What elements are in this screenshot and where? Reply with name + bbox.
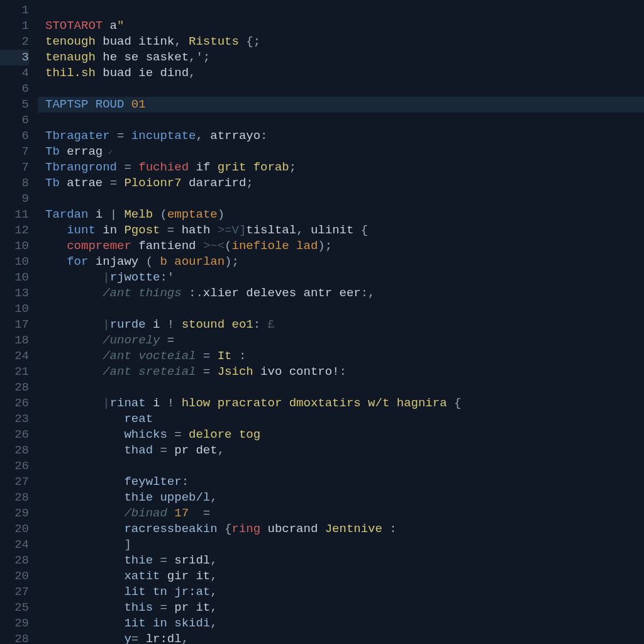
code-line[interactable]: /binad 17 =	[38, 506, 644, 521]
token: hath	[182, 223, 218, 237]
token: =	[196, 365, 217, 379]
token: =	[117, 160, 138, 174]
token: ,	[196, 129, 203, 143]
line-number: 5	[0, 97, 29, 113]
code-area[interactable]: STOTAROT a"tenough buad itink, Ristuts {…	[38, 0, 644, 644]
token	[45, 333, 103, 347]
code-line[interactable]: thie uppeb/l,	[38, 490, 644, 506]
token: It	[218, 349, 239, 363]
token: 1it in skidi	[124, 616, 210, 630]
token: Tardan	[45, 208, 88, 221]
code-line[interactable]: Tb atrae = Ploionr7 dararird;	[38, 175, 644, 191]
token: incuptate	[131, 129, 196, 143]
code-line[interactable]: this = pr it,	[38, 600, 644, 616]
token: xatit	[124, 569, 160, 583]
token: =	[167, 428, 189, 441]
code-line[interactable]	[38, 458, 644, 474]
token: thil.sh	[45, 66, 96, 80]
line-number-gutter: 1123465667789111210101013101718242128262…	[0, 0, 38, 644]
code-line[interactable]: compremer fantiend >~<(inefiole lad);	[38, 238, 644, 254]
token: i	[146, 396, 167, 410]
line-number: 6	[0, 81, 29, 97]
token	[45, 412, 124, 426]
token: =	[153, 443, 174, 457]
token: Pgost	[124, 223, 160, 237]
line-number: 24	[0, 537, 29, 553]
code-line[interactable]	[38, 3, 644, 18]
token	[45, 522, 124, 536]
code-line[interactable]: /ant sreteial = Jsich ivo contro!:	[38, 364, 644, 380]
line-number: 28	[0, 631, 29, 644]
token	[45, 286, 103, 300]
code-line[interactable]: |rinat i ! hlow pracrator dmoxtatirs w/t…	[38, 396, 644, 411]
token: |	[103, 318, 109, 331]
token: ,	[210, 601, 217, 614]
line-number: 20	[0, 521, 29, 537]
token: buad itink	[96, 35, 174, 48]
token: iunt	[67, 223, 96, 237]
token: whicks	[124, 428, 167, 441]
token: ;	[289, 160, 296, 174]
token: );	[225, 255, 239, 269]
token: delore tog	[189, 428, 260, 441]
token: compremer	[67, 239, 131, 253]
code-line[interactable]: whicks = delore tog	[38, 427, 644, 443]
token	[45, 349, 103, 363]
token: tisltal	[246, 223, 296, 237]
token: )	[218, 208, 225, 221]
code-line[interactable]: TAPTSP ROUD 01	[38, 97, 644, 113]
code-line[interactable]: xatit gir it,	[38, 569, 644, 584]
token	[45, 318, 103, 331]
token: rurde	[110, 318, 146, 331]
code-editor[interactable]: 1123465667789111210101013101718242128262…	[0, 0, 644, 644]
code-line[interactable]: thie = sridl,	[38, 553, 644, 569]
code-line[interactable]: thad = pr det,	[38, 443, 644, 458]
line-number: 10	[0, 301, 29, 317]
line-number: 10	[0, 270, 29, 286]
token: ,	[210, 585, 217, 599]
line-number: 7	[0, 160, 29, 175]
token: =	[160, 333, 174, 347]
code-line[interactable]: y= lr:dl,	[38, 631, 644, 644]
code-line[interactable]: /unorely =	[38, 333, 644, 348]
code-line[interactable]: tenaugh he se sasket,';	[38, 50, 644, 65]
code-line[interactable]: ]	[38, 537, 644, 553]
code-line[interactable]	[38, 191, 644, 207]
code-line[interactable]: for injawy ( b aourlan);	[38, 254, 644, 270]
code-line[interactable]: iunt in Pgost = hath >=V]tisltal, ulinit…	[38, 223, 644, 238]
code-line[interactable]	[38, 113, 644, 128]
line-number: 6	[0, 113, 29, 128]
code-line[interactable]: reat	[38, 411, 644, 427]
code-line[interactable]: /ant vocteial = It :	[38, 348, 644, 364]
code-line[interactable]	[38, 301, 644, 317]
token: ,';	[189, 50, 210, 64]
token: :,	[361, 286, 375, 300]
token: );	[318, 239, 332, 253]
line-number: 17	[0, 317, 29, 333]
code-line[interactable]: Tbrangrond = fuchied if grit forab;	[38, 160, 644, 175]
token: he se sasket	[96, 50, 189, 64]
code-line[interactable]	[38, 81, 644, 97]
code-line[interactable]: lit tn jr:at,	[38, 584, 644, 600]
token: ,	[296, 223, 303, 237]
code-line[interactable]: Tb errag ✓	[38, 144, 644, 160]
code-line[interactable]: Tbragater = incuptate, atrrayo:	[38, 128, 644, 144]
code-line[interactable]: thil.sh buad ie dind,	[38, 65, 644, 81]
token: thad	[124, 443, 153, 457]
code-line[interactable]: feywlter:	[38, 474, 644, 490]
code-line[interactable]: racressbeakin {ring ubcrand Jentnive :	[38, 521, 644, 537]
code-line[interactable]: |rurde i ! stound eo1: £	[38, 317, 644, 333]
code-line[interactable]: /ant things :.xlier deleves antr eer:,	[38, 286, 644, 301]
token: feywlter	[124, 475, 181, 489]
token: Ristuts	[182, 35, 247, 48]
code-line[interactable]: Tardan i | Melb (emptate)	[38, 207, 644, 223]
code-line[interactable]: |rjwotte:'	[38, 270, 644, 286]
token: :	[182, 475, 189, 489]
code-line[interactable]: 1it in skidi,	[38, 616, 644, 631]
code-line[interactable]: tenough buad itink, Ristuts {;	[38, 34, 644, 50]
token: grit forab	[218, 160, 289, 174]
code-line[interactable]: STOTAROT a"	[38, 18, 644, 34]
token: for	[67, 255, 88, 269]
code-line[interactable]	[38, 380, 644, 396]
token	[45, 553, 124, 567]
